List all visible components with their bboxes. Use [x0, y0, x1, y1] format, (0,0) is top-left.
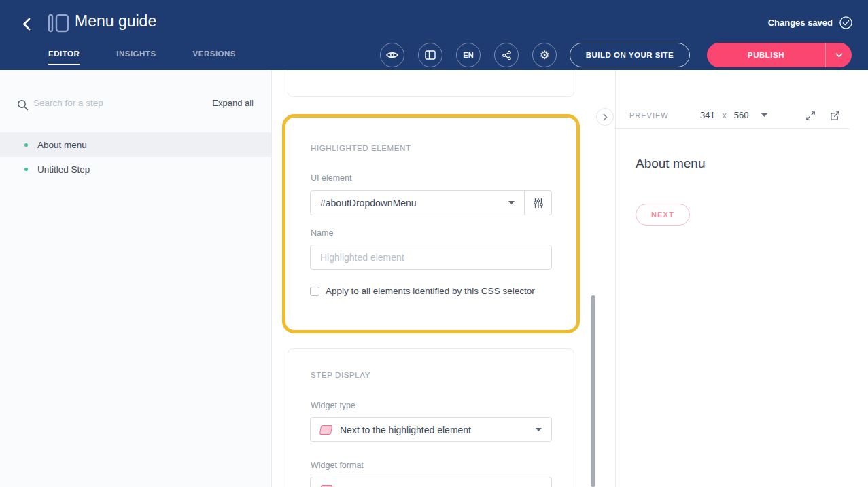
- chevron-right-icon: [603, 113, 608, 121]
- tab-editor[interactable]: EDITOR: [48, 46, 80, 65]
- widget-type-selected-value: Next to the highlighted element: [340, 425, 527, 435]
- editor-scrollbar[interactable]: [591, 295, 595, 487]
- tooltip-widget-icon: [319, 485, 332, 487]
- back-button[interactable]: [18, 15, 35, 33]
- gear-icon: ⚙: [539, 48, 549, 62]
- preview-title: PREVIEW: [629, 111, 669, 120]
- ui-element-select[interactable]: #aboutDropdownMenu: [310, 190, 525, 215]
- apply-to-all-row: Apply to all elements identified by this…: [310, 286, 535, 296]
- external-link-icon: [830, 111, 840, 121]
- ui-element-selected-value: #aboutDropdownMenu: [320, 198, 508, 209]
- widget-format-label: Widget format: [311, 461, 364, 470]
- preview-header: PREVIEW 341 x 560: [616, 102, 850, 129]
- chevron-down-icon: [508, 201, 515, 204]
- chevron-down-icon: [835, 53, 843, 58]
- app-window: Menu guide Changes saved EDITOR INSIGHTS…: [0, 0, 868, 487]
- share-icon: [502, 50, 512, 60]
- ui-element-label: UI element: [311, 173, 351, 183]
- steps-sidebar: Expand all About menu Untitled Step: [0, 70, 272, 487]
- search-icon: [17, 99, 29, 111]
- widget-type-select[interactable]: Next to the highlighted element: [310, 417, 552, 442]
- changes-saved-status: Changes saved: [768, 18, 833, 28]
- open-in-new-window-button[interactable]: [829, 110, 840, 121]
- step-status-dot: [24, 168, 28, 171]
- step-editor-panel: HIGHLIGHTED ELEMENT UI element #aboutDro…: [273, 70, 615, 487]
- step-item-label: About menu: [37, 140, 87, 150]
- highlighted-element-name-input[interactable]: [310, 245, 552, 270]
- settings-button[interactable]: ⚙: [532, 43, 557, 67]
- publish-dropdown-toggle[interactable]: [826, 43, 852, 67]
- app-logo-icon: [48, 14, 69, 33]
- top-bar: Menu guide Changes saved EDITOR INSIGHTS…: [0, 0, 868, 70]
- step-item-label: Untitled Step: [37, 164, 90, 175]
- element-picker-button[interactable]: [525, 190, 552, 215]
- expand-all-link[interactable]: Expand all: [212, 98, 254, 108]
- apply-to-all-checkbox[interactable]: [310, 287, 319, 296]
- build-on-your-site-button[interactable]: BUILD ON YOUR SITE: [570, 43, 690, 67]
- step-search-input[interactable]: [33, 94, 176, 111]
- tab-versions[interactable]: VERSIONS: [193, 46, 236, 65]
- language-button[interactable]: EN: [456, 43, 481, 67]
- apply-to-all-label: Apply to all elements identified by this…: [326, 286, 535, 296]
- tab-insights[interactable]: INSIGHTS: [116, 46, 156, 65]
- chevron-down-icon: [536, 428, 542, 431]
- name-label: Name: [311, 228, 333, 238]
- eye-icon: [386, 50, 398, 60]
- expand-icon: [805, 111, 816, 121]
- layout-panel-icon: [425, 50, 436, 60]
- fullscreen-preview-button[interactable]: [805, 110, 816, 121]
- widget-format-select[interactable]: [310, 477, 552, 487]
- tooltip-widget-icon: [319, 425, 332, 435]
- header-icon-buttons: EN ⚙: [380, 43, 557, 67]
- chevron-down-icon: [761, 113, 767, 117]
- step-status-dot: [24, 143, 28, 147]
- previous-settings-card: [288, 70, 574, 97]
- ui-element-select-group: #aboutDropdownMenu: [310, 190, 552, 215]
- saved-check-icon: [839, 16, 853, 30]
- preview-size-separator: x: [723, 111, 727, 120]
- preview-step-title: About menu: [636, 156, 705, 171]
- share-button[interactable]: [494, 43, 519, 67]
- sliders-icon: [533, 198, 544, 209]
- chevron-left-icon: [22, 18, 31, 31]
- step-item-about-menu[interactable]: About menu: [0, 132, 271, 157]
- preview-next-button[interactable]: NEXT: [636, 204, 690, 226]
- guide-title: Menu guide: [75, 12, 156, 31]
- step-list: About menu Untitled Step: [0, 132, 271, 181]
- highlighted-element-section-title: HIGHLIGHTED ELEMENT: [311, 144, 411, 152]
- publish-button-label: PUBLISH: [707, 43, 825, 67]
- preview-panel: PREVIEW 341 x 560 About menu NEXT: [615, 70, 868, 487]
- preview-header-actions: [805, 110, 840, 121]
- publish-button[interactable]: PUBLISH: [707, 43, 852, 67]
- step-item-untitled-step[interactable]: Untitled Step: [0, 157, 271, 181]
- widget-type-label: Widget type: [311, 401, 355, 410]
- layout-panel-button[interactable]: [418, 43, 442, 67]
- header-tabs: EDITOR INSIGHTS VERSIONS: [48, 46, 236, 65]
- step-display-section-title: STEP DISPLAY: [311, 371, 370, 379]
- preview-width-value: 341: [700, 110, 715, 120]
- collapse-preview-button[interactable]: [596, 108, 614, 126]
- preview-eye-button[interactable]: [380, 43, 404, 67]
- preview-height-value: 560: [734, 110, 749, 120]
- preview-size-dropdown[interactable]: 341 x 560: [700, 110, 767, 120]
